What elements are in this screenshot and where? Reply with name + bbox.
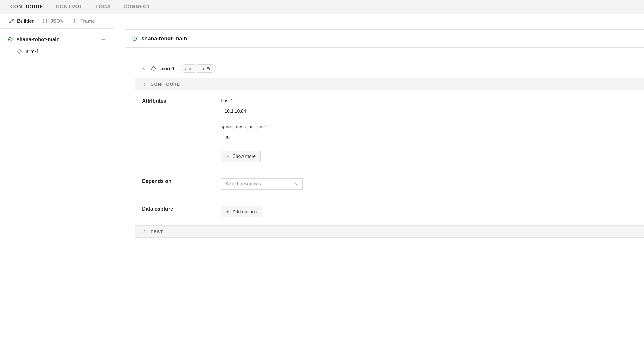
test-section-bar[interactable]: TEST: [135, 225, 644, 237]
subtab-frame-label: Frame: [80, 18, 95, 24]
attributes-section: Attributes host* speed_degs_per_sec*: [135, 90, 644, 170]
test-section-label: TEST: [151, 229, 163, 234]
component-name: arm-1: [160, 66, 175, 72]
machine-icon: [132, 36, 137, 41]
subtab-frame[interactable]: Frame: [72, 18, 95, 24]
add-method-button[interactable]: Add method: [221, 206, 262, 217]
depends-on-label: Depends on: [142, 178, 215, 190]
machine-icon: [7, 37, 13, 42]
type-model-chips: arm ur5e: [181, 64, 216, 73]
add-method-label: Add method: [233, 209, 257, 214]
chevron-down-icon[interactable]: [142, 66, 147, 71]
expand-icon: [143, 230, 147, 234]
subtab-builder-label: Builder: [17, 18, 34, 24]
component-header: arm-1 arm ur5e: [135, 59, 644, 78]
top-tabs: CONFIGURE CONTROL LOGS CONNECT: [0, 0, 644, 14]
subtab-json-label: JSON: [51, 18, 64, 24]
host-label: host*: [221, 98, 637, 103]
chevron-down-icon: [294, 182, 298, 186]
subtab-builder[interactable]: Builder: [9, 18, 34, 24]
configure-section-label: CONFIGURE: [151, 82, 180, 86]
resource-tree: shana-tobot-main arm-1: [0, 29, 114, 62]
tab-configure[interactable]: CONFIGURE: [10, 4, 43, 10]
component-card: arm-1 arm ur5e CONFIGURE: [135, 59, 644, 238]
collapse-up-icon: [143, 82, 147, 86]
svg-rect-2: [18, 49, 22, 54]
add-resource-button[interactable]: [100, 36, 107, 43]
sidebar: Builder JSON Frame: [0, 14, 114, 354]
attributes-label: Attributes: [142, 98, 215, 162]
machine-header: shana-tobot-main: [125, 29, 644, 48]
show-more-button[interactable]: Show more: [221, 151, 261, 162]
svg-point-1: [8, 37, 12, 41]
tab-connect[interactable]: CONNECT: [123, 4, 151, 10]
sub-tabs: Builder JSON Frame: [0, 14, 114, 29]
depends-on-placeholder: Search resources: [225, 181, 261, 187]
host-input[interactable]: [221, 106, 285, 117]
machine-header-title: shana-tobot-main: [141, 35, 187, 42]
axes-icon: [72, 18, 77, 24]
svg-rect-5: [151, 66, 156, 71]
component-icon: [17, 49, 22, 54]
speed-field-block: speed_degs_per_sec*: [221, 124, 637, 143]
tree-root-row[interactable]: shana-tobot-main: [5, 33, 109, 46]
tree-child-label: arm-1: [26, 49, 39, 55]
tab-logs[interactable]: LOGS: [95, 4, 111, 10]
data-capture-section: Data capture Add method: [135, 198, 644, 225]
svg-point-3: [134, 38, 135, 39]
tree-root-label: shana-tobot-main: [17, 37, 60, 43]
plus-icon: [226, 210, 230, 214]
depends-on-select[interactable]: Search resources: [221, 178, 303, 190]
model-chip: ur5e: [197, 64, 216, 73]
configure-section-bar[interactable]: CONFIGURE: [135, 78, 644, 90]
component-icon: [151, 66, 156, 72]
depends-on-section: Depends on Search resources: [135, 170, 644, 198]
required-star-icon: *: [231, 98, 232, 103]
speed-label: speed_degs_per_sec*: [221, 124, 637, 130]
svg-point-4: [133, 37, 136, 40]
data-capture-label: Data capture: [142, 206, 215, 217]
main-panel: shana-tobot-main arm-1 arm ur5e: [114, 14, 644, 354]
chevron-down-icon: [226, 154, 230, 158]
tree-child-row[interactable]: arm-1: [15, 46, 109, 57]
required-star-icon: *: [266, 124, 267, 129]
show-more-label: Show more: [233, 154, 256, 159]
speed-input[interactable]: [221, 132, 285, 143]
subtab-json[interactable]: JSON: [42, 18, 64, 24]
tools-icon: [9, 18, 14, 24]
braces-icon: [42, 18, 48, 24]
svg-point-0: [10, 39, 11, 40]
tab-control[interactable]: CONTROL: [56, 4, 83, 10]
host-field-block: host*: [221, 98, 637, 117]
type-chip: arm: [181, 64, 198, 73]
